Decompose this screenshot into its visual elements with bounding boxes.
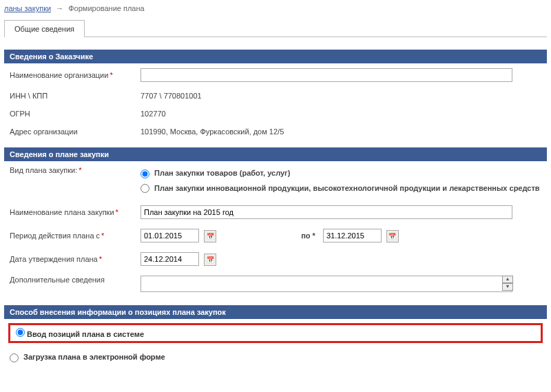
value-ogrn: 102770	[141, 110, 541, 118]
row-inn-kpp: ИНН \ КПП 7707 \ 770801001	[4, 87, 547, 105]
radio-method-upload[interactable]	[10, 353, 19, 362]
label-plan-type-innovation[interactable]: План закупки инновационной продукции, вы…	[154, 184, 540, 192]
label-address: Адрес организации	[10, 127, 141, 136]
label-approve-date: Дата утверждения плана	[10, 255, 98, 263]
scroll-up-icon[interactable]: ▲	[502, 276, 513, 283]
required-mark: *	[99, 255, 102, 263]
value-address: 101990, Москва, Фуркасовский, дом 12/5	[141, 127, 541, 136]
label-ogrn: ОГРН	[10, 110, 141, 118]
required-mark: *	[110, 71, 112, 79]
radio-plan-type-innovation[interactable]	[141, 184, 149, 193]
row-approve-date: Дата утверждения плана* 📅	[4, 247, 547, 271]
row-period: Период действия плана с* 📅 по * 📅	[4, 224, 547, 247]
section-header-customer: Сведения о Заказчике	[4, 50, 547, 63]
approve-date-input[interactable]	[141, 252, 199, 266]
content: Сведения о Заказчике Наименование органи…	[0, 37, 551, 369]
label-method-system[interactable]: Ввод позиций плана в системе	[27, 330, 144, 338]
org-name-input[interactable]	[141, 68, 512, 82]
section-header-plan: Сведения о плане закупки	[4, 147, 547, 161]
value-inn-kpp: 7707 \ 770801001	[141, 92, 541, 100]
label-additional: Дополнительные сведения	[10, 276, 141, 284]
required-mark: *	[116, 208, 118, 216]
row-method-upload: Загрузка плана в электронной форме	[4, 350, 547, 365]
label-inn-kpp: ИНН \ КПП	[10, 92, 141, 100]
label-plan-type: Вид плана закупки:	[10, 166, 77, 174]
row-additional: Дополнительные сведения ▲ ▼	[4, 271, 547, 298]
required-mark: *	[311, 231, 315, 240]
label-org-name: Наименование организации	[10, 71, 108, 79]
period-to-input[interactable]	[323, 229, 382, 243]
additional-textarea[interactable]	[141, 276, 512, 292]
highlighted-option-box: Ввод позиций плана в системе	[8, 323, 543, 343]
tab-general-info[interactable]: Общие сведения	[4, 20, 85, 37]
row-plan-name: Наименование плана закупки*	[4, 200, 547, 224]
label-period-from: Период действия плана с	[10, 231, 100, 240]
section-header-method: Способ внесения информации о позициях пл…	[4, 305, 547, 319]
row-ogrn: ОГРН 102770	[4, 105, 547, 123]
calendar-icon[interactable]: 📅	[204, 254, 216, 266]
tabs-container: Общие сведения	[4, 19, 547, 37]
breadcrumb: ланы закупки → Формирование плана	[0, 0, 551, 19]
required-mark: *	[101, 231, 104, 240]
label-plan-name: Наименование плана закупки	[10, 208, 114, 216]
label-method-upload[interactable]: Загрузка плана в электронной форме	[23, 353, 165, 361]
scroll-down-icon[interactable]: ▼	[502, 283, 513, 291]
required-mark: *	[79, 166, 81, 174]
label-plan-type-goods[interactable]: План закупки товаров (работ, услуг)	[154, 169, 290, 177]
row-plan-type: Вид плана закупки:* План закупки товаров…	[4, 161, 547, 200]
row-address: Адрес организации 101990, Москва, Фуркас…	[4, 123, 547, 141]
breadcrumb-current: Формирование плана	[68, 4, 144, 12]
calendar-icon[interactable]: 📅	[204, 230, 216, 243]
row-org-name: Наименование организации*	[4, 63, 547, 87]
radio-plan-type-goods[interactable]	[141, 169, 149, 178]
plan-name-input[interactable]	[141, 205, 512, 219]
radio-method-system[interactable]	[16, 328, 25, 337]
breadcrumb-arrow-icon: →	[56, 4, 63, 12]
label-period-to: по	[301, 231, 310, 240]
calendar-icon[interactable]: 📅	[386, 230, 399, 243]
breadcrumb-link-plans[interactable]: ланы закупки	[4, 4, 51, 12]
period-from-input[interactable]	[141, 229, 199, 243]
